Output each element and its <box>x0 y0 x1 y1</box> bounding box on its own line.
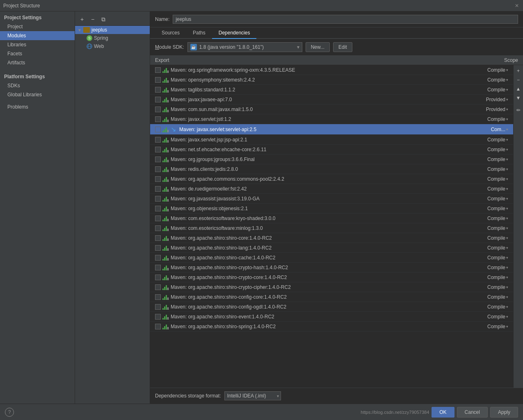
dep-row[interactable]: Maven: opensymphony:sitemesh:2.4.2Compil… <box>150 75 513 85</box>
dep-scope[interactable]: Com... ▾ <box>471 127 508 132</box>
dep-checkbox[interactable] <box>155 265 161 270</box>
sidebar-item-project[interactable]: Project <box>0 22 75 31</box>
ok-button[interactable]: OK <box>432 407 454 418</box>
remove-dep-button[interactable]: − <box>514 76 523 84</box>
dep-row[interactable]: Maven: taglibs:standard:1.1.2Compile ▾ <box>150 85 513 95</box>
dep-row[interactable]: Maven: org.apache.shiro:shiro-crypto-cor… <box>150 272 513 282</box>
tab-sources[interactable]: Sources <box>155 27 186 39</box>
storage-format-select[interactable]: IntelliJ IDEA (.iml) Maven (pom.xml) Gra… <box>224 391 281 400</box>
dep-checkbox[interactable] <box>155 186 161 192</box>
dep-row[interactable]: Maven: javax.servlet.jsp:jsp-api:2.1Comp… <box>150 135 513 145</box>
dep-scope[interactable]: Compile ▾ <box>471 324 508 329</box>
tab-paths[interactable]: Paths <box>186 27 212 39</box>
dep-scope[interactable]: Compile ▾ <box>471 116 508 122</box>
deps-list[interactable]: Maven: org.springframework:spring-oxm:4.… <box>150 65 513 388</box>
dep-checkbox[interactable] <box>155 235 161 241</box>
dep-scope[interactable]: Compile ▾ <box>471 67 508 73</box>
dep-checkbox[interactable] <box>155 87 161 93</box>
sdk-select[interactable]: ☕ 1.8 (java version "1.8.0_161") ▾ <box>187 42 302 52</box>
edit-dep-button[interactable]: ✏ <box>514 106 523 114</box>
add-dep-button[interactable]: + <box>514 67 523 75</box>
dep-scope[interactable]: Compile ▾ <box>471 196 508 202</box>
dep-scope[interactable]: Compile ▾ <box>471 225 508 231</box>
dep-checkbox[interactable] <box>155 314 161 320</box>
dep-checkbox[interactable] <box>155 166 161 172</box>
dep-row[interactable]: Maven: org.apache.shiro:shiro-event:1.4.… <box>150 312 513 322</box>
dep-scope[interactable]: Compile ▾ <box>471 206 508 211</box>
dep-checkbox[interactable] <box>155 67 161 73</box>
dep-checkbox[interactable] <box>155 284 161 290</box>
dep-checkbox[interactable] <box>155 294 161 300</box>
dep-scope[interactable]: Compile ▾ <box>471 137 508 143</box>
sdk-new-button[interactable]: New... <box>306 42 330 52</box>
dep-row[interactable]: Maven: org.apache.shiro:shiro-spring:1.4… <box>150 322 513 331</box>
dep-checkbox[interactable] <box>155 225 161 231</box>
dep-row[interactable]: Maven: org.apache.shiro:shiro-cache:1.4.… <box>150 253 513 263</box>
cancel-button[interactable]: Cancel <box>457 407 488 418</box>
dep-row[interactable]: Maven: redis.clients:jedis:2.8.0Compile … <box>150 164 513 174</box>
sidebar-item-libraries[interactable]: Libraries <box>0 40 75 49</box>
dep-row[interactable]: Maven: de.ruedigermoeller:fst:2.42Compil… <box>150 184 513 194</box>
dep-scope[interactable]: Compile ▾ <box>471 176 508 182</box>
dep-checkbox[interactable] <box>155 255 161 261</box>
dep-scope[interactable]: Compile ▾ <box>471 166 508 172</box>
help-button[interactable]: ? <box>5 408 14 417</box>
dep-row[interactable]: Maven: org.objenesis:objenesis:2.1Compil… <box>150 204 513 213</box>
move-down-button[interactable]: ▼ <box>514 94 523 102</box>
dep-scope[interactable]: Compile ▾ <box>471 235 508 241</box>
dep-scope[interactable]: Compile ▾ <box>471 186 508 192</box>
dep-scope[interactable]: Compile ▾ <box>471 255 508 261</box>
dep-checkbox[interactable] <box>155 77 161 83</box>
move-up-button[interactable]: ▲ <box>514 85 523 93</box>
add-module-button[interactable]: + <box>78 15 87 24</box>
dep-row[interactable]: Maven: org.jgroups:jgroups:3.6.6.FinalCo… <box>150 154 513 164</box>
copy-module-button[interactable]: ⧉ <box>99 15 108 24</box>
dep-row[interactable]: Maven: com.esotericsoftware:kryo-shaded:… <box>150 213 513 223</box>
dep-scope[interactable]: Compile ▾ <box>471 87 508 93</box>
name-input[interactable] <box>173 15 518 24</box>
dep-row[interactable]: Maven: org.apache.shiro:shiro-lang:1.4.0… <box>150 243 513 253</box>
sdk-edit-button[interactable]: Edit <box>333 42 352 52</box>
dep-checkbox[interactable] <box>155 245 161 251</box>
dep-row[interactable]: Maven: org.apache.commons:commons-pool2:… <box>150 174 513 184</box>
dep-scope[interactable]: Compile ▾ <box>471 275 508 280</box>
dep-scope[interactable]: Compile ▾ <box>471 304 508 310</box>
dep-checkbox[interactable] <box>155 206 161 211</box>
dep-row[interactable]: Maven: org.apache.shiro:shiro-crypto-cip… <box>150 282 513 292</box>
dep-checkbox[interactable] <box>155 275 161 280</box>
dep-scope[interactable]: Compile ▾ <box>471 216 508 221</box>
tree-item-web[interactable]: Web <box>75 42 150 50</box>
dep-checkbox[interactable] <box>155 196 161 202</box>
dep-checkbox[interactable] <box>155 157 161 162</box>
dep-row[interactable]: Maven: org.apache.shiro:shiro-core:1.4.0… <box>150 233 513 243</box>
remove-module-button[interactable]: − <box>88 15 97 24</box>
dep-checkbox[interactable] <box>155 304 161 310</box>
dep-scope[interactable]: Compile ▾ <box>471 245 508 251</box>
dep-scope[interactable]: Compile ▾ <box>471 294 508 300</box>
sidebar-item-global-libraries[interactable]: Global Libraries <box>0 90 75 99</box>
dep-row[interactable]: Maven: com.sun.mail:javax.mail:1.5.0Prov… <box>150 104 513 114</box>
dep-checkbox[interactable] <box>155 97 161 102</box>
dep-checkbox[interactable] <box>155 116 161 122</box>
dep-scope[interactable]: Compile ▾ <box>471 284 508 290</box>
dep-scope[interactable]: Compile ▾ <box>471 157 508 162</box>
sidebar-item-artifacts[interactable]: Artifacts <box>0 58 75 67</box>
dep-checkbox[interactable] <box>155 127 161 132</box>
dep-row[interactable]: Maven: org.apache.shiro:shiro-config-cor… <box>150 292 513 302</box>
dep-row[interactable]: Maven: com.esotericsoftware:minlog:1.3.0… <box>150 223 513 233</box>
dep-checkbox[interactable] <box>155 107 161 112</box>
sidebar-item-problems[interactable]: Problems <box>0 102 75 111</box>
sidebar-item-modules[interactable]: Modules <box>0 31 75 40</box>
dep-scope[interactable]: Provided ▾ <box>471 97 508 102</box>
dep-checkbox[interactable] <box>155 137 161 143</box>
apply-button[interactable]: Apply <box>490 407 518 418</box>
tab-dependencies[interactable]: Dependencies <box>212 27 257 39</box>
tree-item-jeeplus[interactable]: ▼ jeeplus <box>75 26 150 34</box>
dep-scope[interactable]: Compile ▾ <box>471 77 508 83</box>
sidebar-item-sdks[interactable]: SDKs <box>0 81 75 90</box>
dep-scope[interactable]: Provided ▾ <box>471 107 508 112</box>
dep-checkbox[interactable] <box>155 147 161 152</box>
dep-row[interactable]: Maven: org.springframework:spring-oxm:4.… <box>150 65 513 75</box>
dep-row[interactable]: Maven: org.javassist:javassist:3.19.0-GA… <box>150 194 513 204</box>
dep-checkbox[interactable] <box>155 324 161 329</box>
